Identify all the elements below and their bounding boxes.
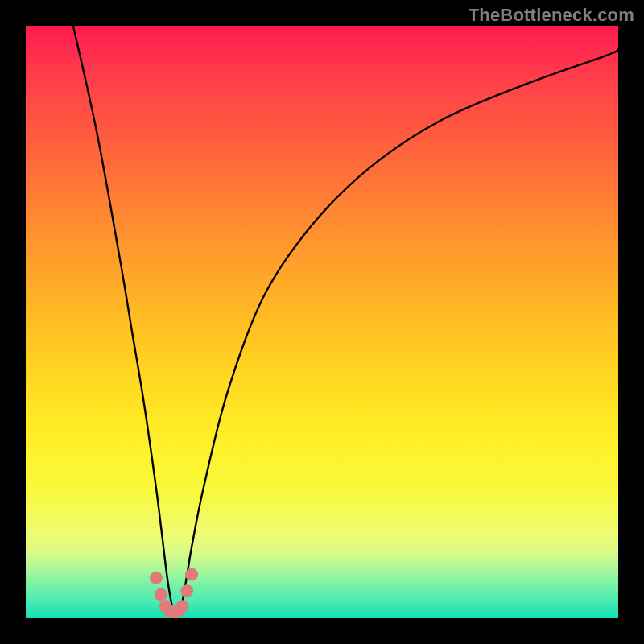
cusp-dot bbox=[175, 600, 188, 613]
watermark-text: TheBottleneck.com bbox=[469, 5, 634, 26]
main-curve bbox=[73, 26, 618, 616]
cusp-dot bbox=[180, 584, 193, 597]
cusp-dot bbox=[185, 568, 198, 581]
cusp-dot bbox=[150, 572, 163, 584]
chart-svg bbox=[26, 26, 618, 618]
outer-frame: TheBottleneck.com bbox=[0, 0, 644, 644]
plot-area bbox=[26, 26, 618, 618]
curve-layer bbox=[73, 26, 618, 616]
marker-layer bbox=[150, 568, 198, 618]
cusp-dot bbox=[155, 588, 167, 601]
